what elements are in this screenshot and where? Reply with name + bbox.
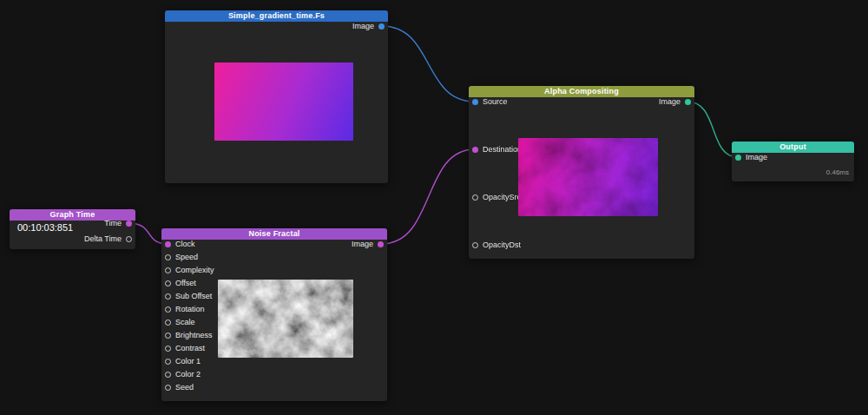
output-port-image[interactable]	[378, 23, 385, 30]
input-row-speed: Speed	[165, 251, 198, 263]
gradient-preview	[214, 63, 353, 141]
input-row-color-1: Color 1	[165, 355, 201, 367]
edge-gradient-to-alpha-source[interactable]	[382, 26, 475, 102]
input-row-source: Source	[472, 96, 508, 108]
input-row-output-image: Image	[735, 151, 767, 163]
output-port-alpha-image[interactable]	[685, 99, 691, 105]
output-row-noise-image: Image	[352, 238, 384, 250]
input-row-scale: Scale	[165, 316, 195, 328]
output-row-delta-time: Delta Time	[84, 233, 132, 245]
node-graph-time[interactable]: Graph Time 00:10:03:851 Time Delta Time	[10, 209, 135, 249]
input-row-clock: Clock	[165, 238, 195, 250]
input-label-output-image: Image	[746, 153, 767, 161]
input-port-seed[interactable]	[165, 385, 171, 391]
input-row-brightness: Brightness	[165, 329, 213, 341]
input-port-opacitydst[interactable]	[472, 242, 478, 248]
input-port-clock[interactable]	[165, 241, 171, 247]
input-label-offset: Offset	[175, 279, 196, 287]
edge-noise-to-alpha-destination[interactable]	[381, 149, 475, 244]
output-label-time: Time	[104, 219, 122, 227]
input-port-color-2[interactable]	[165, 372, 171, 378]
input-port-source[interactable]	[472, 99, 478, 105]
output-row-alpha-image: Image	[659, 96, 691, 108]
input-port-offset[interactable]	[165, 280, 171, 287]
node-simple-gradient-time[interactable]: Simple_gradient_time.Fs Image	[165, 10, 388, 183]
input-row-sub-offset: Sub Offset	[165, 290, 212, 302]
input-port-contrast[interactable]	[165, 346, 171, 352]
node-alpha-compositing[interactable]: Alpha Compositing Source Destination Opa…	[469, 86, 694, 259]
node-noise-fractal[interactable]: Noise Fractal Clock Speed Complexity Off…	[161, 228, 387, 401]
connections-layer	[0, 0, 868, 415]
input-row-opacitysrc: OpacitySrc	[472, 191, 521, 203]
output-port-delta-time[interactable]	[126, 236, 132, 242]
input-row-contrast: Contrast	[165, 342, 205, 354]
input-row-color-2: Color 2	[165, 368, 201, 380]
input-port-brightness[interactable]	[165, 333, 171, 339]
input-port-rotation[interactable]	[165, 306, 171, 313]
output-row-time: Time	[104, 217, 132, 229]
input-port-scale[interactable]	[165, 319, 171, 326]
edge-alpha-to-output[interactable]	[687, 102, 738, 157]
input-row-offset: Offset	[165, 277, 196, 289]
noise-preview	[218, 280, 353, 358]
input-label-seed: Seed	[175, 383, 194, 392]
output-label-delta-time: Delta Time	[84, 234, 122, 243]
input-port-speed[interactable]	[165, 254, 171, 260]
node-output[interactable]: Output Image 0.46ms	[732, 142, 854, 181]
input-label-color-2: Color 2	[175, 370, 201, 379]
output-row-image: Image	[352, 20, 385, 32]
output-port-noise-image[interactable]	[378, 241, 384, 247]
input-label-color-1: Color 1	[175, 357, 201, 366]
input-label-speed: Speed	[175, 253, 198, 261]
input-label-rotation: Rotation	[175, 305, 205, 313]
input-label-scale: Scale	[175, 318, 195, 326]
output-port-time[interactable]	[126, 221, 132, 227]
input-label-destination: Destination	[483, 145, 522, 154]
input-row-destination: Destination	[472, 143, 522, 155]
input-row-complexity: Complexity	[165, 264, 214, 276]
input-port-destination[interactable]	[472, 147, 478, 153]
input-port-color-1[interactable]	[165, 359, 171, 365]
input-row-opacitydst: OpacityDst	[472, 239, 521, 251]
input-label-complexity: Complexity	[175, 266, 214, 274]
input-label-source: Source	[483, 97, 508, 106]
input-port-sub-offset[interactable]	[165, 293, 171, 300]
render-time: 0.46ms	[826, 168, 849, 176]
input-label-opacitydst: OpacityDst	[483, 240, 521, 249]
input-row-seed: Seed	[165, 381, 194, 393]
input-label-sub-offset: Sub Offset	[175, 292, 212, 300]
input-label-clock: Clock	[175, 240, 195, 248]
output-label-image: Image	[352, 22, 374, 30]
time-display: 00:10:03:851	[17, 222, 73, 233]
input-port-complexity[interactable]	[165, 267, 171, 273]
output-label-noise-image: Image	[352, 240, 373, 248]
input-label-opacitysrc: OpacitySrc	[483, 193, 521, 201]
input-port-output-image[interactable]	[735, 155, 741, 161]
alpha-composite-preview	[518, 138, 658, 216]
input-port-opacitysrc[interactable]	[472, 194, 478, 201]
output-label-alpha-image: Image	[659, 97, 681, 106]
input-row-rotation: Rotation	[165, 303, 205, 315]
input-label-brightness: Brightness	[175, 331, 213, 339]
input-label-contrast: Contrast	[175, 344, 205, 352]
